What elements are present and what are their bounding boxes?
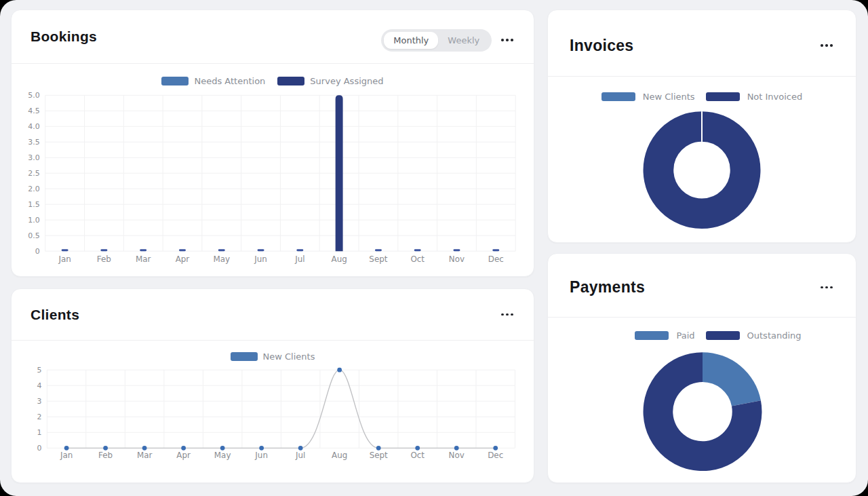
svg-text:Jul: Jul — [295, 451, 305, 460]
dashboard-page: Bookings Monthly Weekly Needs AttentionS… — [0, 0, 868, 496]
svg-text:Jun: Jun — [254, 254, 267, 264]
svg-text:Oct: Oct — [410, 451, 425, 460]
svg-text:Oct: Oct — [410, 254, 425, 264]
clients-card: Clients New Clients 012345JanFebMarAprMa… — [11, 288, 534, 483]
svg-text:2.0: 2.0 — [28, 185, 39, 193]
svg-text:May: May — [213, 254, 230, 264]
svg-text:Mar: Mar — [136, 254, 151, 264]
payments-donut-chart — [548, 254, 856, 482]
svg-text:Jun: Jun — [254, 451, 268, 460]
svg-text:1: 1 — [37, 428, 41, 437]
svg-text:Dec: Dec — [488, 451, 503, 460]
svg-text:Sept: Sept — [370, 451, 388, 460]
svg-text:0.5: 0.5 — [28, 231, 39, 240]
svg-text:2.5: 2.5 — [28, 169, 39, 178]
bookings-bar-chart: 00.51.01.52.02.53.03.54.04.55.0JanFebMar… — [12, 10, 534, 276]
invoices-donut-chart — [548, 10, 856, 242]
svg-text:5: 5 — [37, 366, 41, 375]
svg-text:1.0: 1.0 — [28, 216, 39, 225]
svg-text:0: 0 — [35, 247, 40, 256]
svg-text:Apr: Apr — [176, 451, 191, 460]
svg-text:Mar: Mar — [137, 451, 153, 460]
svg-text:Nov: Nov — [449, 254, 465, 264]
svg-text:Aug: Aug — [332, 451, 347, 460]
svg-text:Jan: Jan — [60, 451, 73, 460]
svg-text:3.5: 3.5 — [28, 138, 39, 147]
svg-text:2: 2 — [37, 413, 41, 421]
svg-text:Feb: Feb — [98, 451, 113, 460]
clients-line-chart: 012345JanFebMarAprMayJunJulAugSeptOctNov… — [12, 289, 534, 482]
svg-text:3.0: 3.0 — [28, 153, 39, 162]
svg-text:Dec: Dec — [488, 254, 504, 264]
svg-text:Aug: Aug — [331, 254, 347, 264]
invoices-card: Invoices New ClientsNot Invoiced — [547, 9, 856, 243]
svg-text:Apr: Apr — [176, 254, 190, 264]
svg-text:4.0: 4.0 — [28, 122, 39, 131]
svg-text:Feb: Feb — [97, 254, 111, 264]
bookings-card: Bookings Monthly Weekly Needs AttentionS… — [11, 9, 534, 277]
svg-text:Nov: Nov — [449, 451, 465, 460]
svg-text:4: 4 — [37, 381, 41, 390]
svg-text:Jan: Jan — [58, 254, 71, 264]
svg-text:1.5: 1.5 — [28, 200, 39, 209]
svg-text:0: 0 — [37, 444, 41, 453]
payments-card: Payments PaidOutstanding — [547, 253, 856, 483]
svg-text:5.0: 5.0 — [28, 91, 39, 100]
svg-text:3: 3 — [37, 397, 41, 406]
svg-text:4.5: 4.5 — [28, 107, 39, 115]
svg-text:Jul: Jul — [294, 254, 304, 264]
svg-text:Sept: Sept — [369, 254, 387, 264]
svg-text:May: May — [214, 451, 231, 460]
